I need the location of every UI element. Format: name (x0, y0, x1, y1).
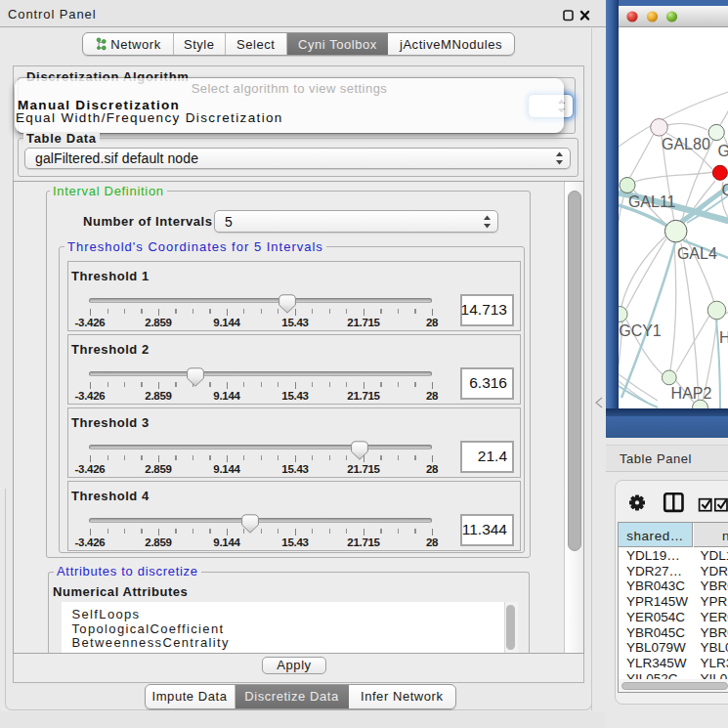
svg-text:GA: GA (717, 142, 728, 158)
svg-text:GCY1: GCY1 (619, 321, 662, 338)
svg-text:CY: CY (721, 182, 728, 198)
svg-text:GAL80: GAL80 (662, 135, 710, 151)
svg-text:HAP2: HAP2 (670, 384, 711, 401)
svg-text:GAL11: GAL11 (627, 193, 675, 209)
svg-text:H: H (719, 328, 728, 345)
svg-text:GAL4: GAL4 (676, 244, 716, 261)
